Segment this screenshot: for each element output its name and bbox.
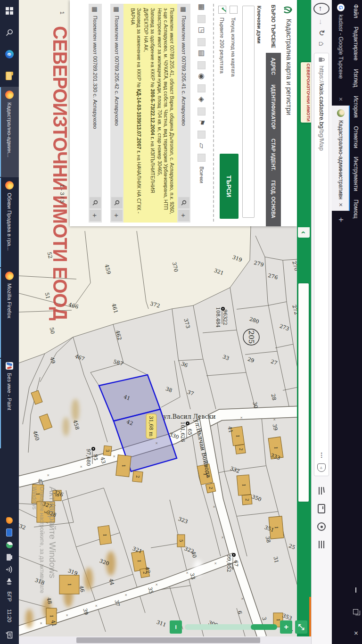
current-view-checkbox[interactable] [230,6,238,14]
filter-checkbox[interactable] [198,84,206,92]
close-button[interactable]: ✕ [350,622,362,644]
printer-tray-icon[interactable] [0,551,19,563]
volume-icon[interactable] [0,576,19,588]
menu-item[interactable]: Инструменти [353,152,359,195]
first-200-checkbox[interactable]: ✓ [218,6,226,14]
windows-watermark: Отворете настройките, за да активирате [39,487,45,594]
scrollbar-thumb[interactable] [76,637,260,643]
header-search-box[interactable] [298,283,309,502]
keywords-input[interactable] [242,6,255,218]
taskbar-app-firefox[interactable]: Обяви Продава в гра... [0,177,19,268]
sidebar-collapse-button[interactable]: ‹ [298,227,310,238]
result-item[interactable]: ▦Поземлен имот 00789.201.330 с. Аспарухо… [89,4,102,223]
action-center-icon[interactable] [0,626,19,644]
taskbar-clock[interactable]: 11:20 [7,605,12,626]
panel-tabs: БЪРЗО ТЪРСЕНЕАДРЕСИДЕНТИФИКАТОРСТАР ИДЕН… [266,0,281,226]
fullscreen-button[interactable]: ⤢ [295,620,307,634]
add-result-button[interactable]: + [111,210,123,221]
menu-item[interactable]: Файл [353,0,359,23]
bookmark-sidebar-icon[interactable]: ◃ [318,463,326,472]
taskbar-app-firefox[interactable]: Mozilla Firefox [0,268,19,358]
file-explorer-icon[interactable] [0,65,19,87]
pie-tray-icon[interactable] [0,539,19,551]
buildings-icon[interactable]: ◳ [197,25,206,35]
menu-item[interactable]: Отметки [353,122,359,153]
address-bar[interactable]: https://kais.cadastre.bg/bg/Map ⋯ ◃ [314,53,329,476]
wifi-icon[interactable] [0,563,19,576]
add-result-button[interactable]: + [178,210,189,221]
result-item[interactable]: ▦Поземлен имот 00789.205.41 с. Аспарухов… [177,4,190,223]
zoom-to-result-button[interactable] [111,197,123,208]
page-number-button[interactable]: 1 [59,11,65,14]
filter-checkbox[interactable] [198,154,206,162]
search-button[interactable]: ТЪРСИ [220,154,239,219]
back-button[interactable]: ← [314,3,330,15]
panel-tab[interactable]: ГЕОД. ОСНОВА [266,175,281,223]
tab-google-search[interactable]: G kadasr - Google Търсене ✕ [332,0,350,106]
menu-item[interactable]: Изглед [353,65,359,91]
panel-tab[interactable]: СТАР ИДЕНТ. [266,134,281,175]
edge-icon[interactable]: e [0,43,19,65]
new-tab-button[interactable]: + [332,211,350,228]
zoom-slider[interactable] [185,624,277,630]
detail-paragraph: Поземлен имот 00789.205.41, област Варна… [156,8,175,218]
parcel-grid-icon: ▦ [92,7,99,12]
point-icon[interactable]: ◉ [197,71,206,82]
layers-icon[interactable]: ◈ [197,94,206,105]
menu-item[interactable]: История [353,91,359,122]
taskbar-search-icon[interactable] [0,22,19,43]
home-button[interactable]: ⌂ [314,38,329,49]
parcels-grid-icon[interactable]: ▦ [197,2,206,12]
library-icon[interactable] [315,484,329,498]
flag-icon[interactable]: ⚑ [197,117,206,128]
polygon-icon[interactable]: ▱ [197,140,206,151]
add-result-button[interactable]: + [90,210,101,221]
language-indicator[interactable]: БГР [7,588,12,605]
tab-close-icon[interactable]: ✕ [338,203,344,207]
save-page-icon[interactable] [315,502,329,516]
avast-tray-icon[interactable] [0,514,19,527]
taskbar-app-firefox[interactable]: Кадастрално-админ... [0,87,19,177]
filter-checkbox[interactable] [198,38,206,46]
building-number-label: 1 [49,615,54,617]
filter-checkbox[interactable] [198,131,206,139]
parcel-grid-icon: ▦ [114,7,121,12]
tab-close-icon[interactable]: ✕ [338,97,344,101]
page-scrollbar[interactable] [19,636,311,644]
page-actions-icon[interactable]: ⋯ [318,452,325,459]
panel-tab[interactable]: АДРЕС [266,53,281,80]
display-tray-icon[interactable] [0,527,19,539]
filter-checkbox[interactable] [198,107,206,116]
panel-body: Ключови думи Текущ изглед на картата ✓ П… [70,0,266,226]
result-item[interactable]: ▦Поземлен имот 00789.205.42 с. Аспарухов… [110,4,123,223]
scheme-icon[interactable]: ▤ [197,48,206,58]
object-type-filters: ▦◳▤◉◈⚑▱Всички [193,0,210,226]
tab-kais-cadastre[interactable]: Кадастрално-административн ✕ [332,106,350,211]
building-number-label: 2 [239,448,243,450]
agency-logo-text: СЕВЕРОИЗТОЧНИ ИМОТИ [306,63,311,121]
taskbar-app-paint[interactable]: Без име - Paint [0,358,19,449]
panel-tab[interactable]: ИДЕНТИФИКАТОР [266,80,281,134]
start-button[interactable] [0,0,19,22]
zoom-out-button[interactable]: − [170,620,182,634]
minimize-button[interactable] [350,579,362,601]
filter-checkbox[interactable] [198,61,206,69]
reload-button[interactable]: ↻ [314,27,329,38]
restore-button[interactable] [350,601,362,622]
filter-checkbox[interactable] [198,15,206,23]
panel-tab[interactable]: БЪРЗО ТЪРСЕНЕ [266,0,281,53]
zoom-to-result-button[interactable] [178,197,189,208]
zoom-to-result-button[interactable] [90,197,101,208]
menu-item[interactable]: Помощ [353,195,359,223]
forward-button[interactable]: → [314,17,329,27]
zoom-in-button[interactable]: + [280,620,292,634]
panel-header: Кадастрална карта и регистри [281,0,297,226]
zoom-slider-thumb[interactable] [251,624,277,630]
hamburger-menu-icon[interactable] [315,537,329,552]
building-number-label: 1 [102,534,107,536]
building-number-label: 2 [142,571,147,574]
menu-item[interactable]: Редактиране [353,23,359,65]
account-icon[interactable] [315,520,329,534]
system-tray: БГР 11:20 [0,514,19,644]
geo-point-number: 95 [93,454,99,460]
